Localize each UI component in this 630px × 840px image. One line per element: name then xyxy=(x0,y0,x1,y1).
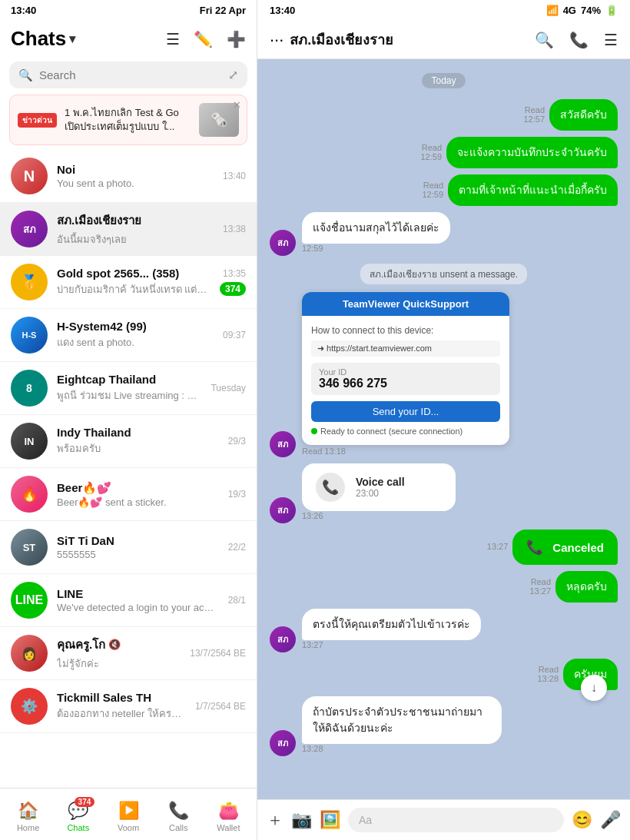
bubble-6: ตรงนี้ให้คุณเตรียมตัวไปเข้าเวรค่ะ xyxy=(302,609,481,640)
right-status-bar: 13:40 📶 4G 74% 🔋 xyxy=(257,0,630,21)
msg-row-7: Read13:28 ครับผม xyxy=(270,659,618,690)
chat-item-tick[interactable]: ⚙️ Tickmill Sales TH ต้องออกทาง neteller… xyxy=(0,680,257,733)
search-input[interactable] xyxy=(39,68,222,81)
chat-time-noi: 13:40 xyxy=(223,171,246,181)
chat-preview-noi: You sent a photo. xyxy=(57,178,214,189)
tv-id-box: Your ID 346 966 275 xyxy=(311,363,500,395)
chat-item-eightcap[interactable]: 8 Eightcap Thailand พูถนี ร่วมชม Live st… xyxy=(0,362,257,415)
tv-id-label: Your ID xyxy=(319,367,492,377)
avatar-sph: สภ xyxy=(11,211,48,247)
camera-icon[interactable]: 📷 xyxy=(291,810,312,830)
chat-item-beer[interactable]: 🔥 Beer🔥💕 Beer🔥💕 sent a sticker. 19/3 xyxy=(0,468,257,521)
chat-item-sph[interactable]: สภ สภ.เมืองเชียงราย อันนี้ผมจริงๆเลย 13:… xyxy=(0,203,257,256)
bubble-3: ตามที่เจ้าหน้าที่แนะนำเมื่อกี้ครับ xyxy=(448,174,618,206)
nav-calls-label: Calls xyxy=(169,823,187,832)
chat-meta-eightcap: Tuesday xyxy=(211,383,246,393)
chat-time-indy: 29/3 xyxy=(228,436,246,447)
chat-preview-beer: Beer🔥💕 sent a sticker. xyxy=(57,496,219,508)
chat-item-kru[interactable]: 👩 คุณครู.โก 🔇 ไม่รู้จักค่ะ 13/7/2564 BE xyxy=(0,627,257,680)
msg-row-canceled: 13:27 📞 Canceled xyxy=(270,530,618,565)
news-banner[interactable]: ข่าวด่วน 1 พ.ค.ไทยกเลิก Test & Go เปิดปร… xyxy=(9,95,247,145)
add-friend-icon[interactable]: ➕ xyxy=(227,30,246,48)
scroll-to-bottom[interactable]: ↓ xyxy=(581,675,607,701)
chat-item-indy[interactable]: IN Indy Thailand พร้อมครับ 29/3 xyxy=(0,415,257,468)
bubble-2: จะแจ้งความบันทึกประจำวันครับ xyxy=(446,137,618,168)
chat-meta-noi: 13:40 xyxy=(223,171,246,181)
msg-row-2: Read12:59 จะแจ้งความบันทึกประจำวันครับ xyxy=(270,137,618,168)
nav-voom[interactable]: ▶️ Voom xyxy=(103,796,153,832)
chat-item-line[interactable]: LINE LINE We've detected a login to your… xyxy=(0,574,257,627)
news-close-icon[interactable]: ✕ xyxy=(233,99,241,111)
call-icon[interactable]: 📞 xyxy=(569,31,589,49)
msg-col-3: Read12:59 ตามที่เจ้าหน้าที่แนะนำเมื่อกี้… xyxy=(422,174,618,206)
chat-item-sit[interactable]: ST SiT Ti DaN 5555555 22/2 xyxy=(0,521,257,574)
chat-meta-line: 28/1 xyxy=(228,595,246,606)
chat-preview-tick: ต้องออกทาง neteller ให้ครบก่อนค่ะ xyxy=(57,706,186,722)
chat-item-hsys[interactable]: H-S H-System42 (99) แดง sent a photo. 09… xyxy=(0,309,257,362)
expand-icon[interactable]: ⤢ xyxy=(228,68,238,82)
avatar-line: LINE xyxy=(11,582,48,619)
chat-name-eightcap: Eightcap Thailand xyxy=(57,373,201,386)
chats-title[interactable]: Chats ▾ xyxy=(11,27,75,51)
chat-meta-kru: 13/7/2564 BE xyxy=(190,648,246,659)
chat-time-sph: 13:38 xyxy=(223,224,246,234)
msg-avatar-voice: สภ xyxy=(270,497,296,523)
badge-gold: 374 xyxy=(220,282,246,296)
chat-name-kru: คุณครู.โก 🔇 xyxy=(57,636,181,654)
left-date: Fri 22 Apr xyxy=(200,5,246,16)
chat-time-gold: 13:35 xyxy=(223,268,246,279)
chat-info-beer: Beer🔥💕 Beer🔥💕 sent a sticker. xyxy=(57,481,219,508)
nav-wallet[interactable]: 👛 Wallet xyxy=(204,796,254,832)
more-icon[interactable]: ☰ xyxy=(604,31,618,49)
voice-call-bubble: 📞 Voice call 23:00 xyxy=(302,463,456,511)
calls-icon: 📞 xyxy=(168,801,189,821)
search-chat-icon[interactable]: 🔍 xyxy=(535,31,554,49)
read-label-canceled: 13:27 xyxy=(487,542,509,551)
chats-title-text: Chats xyxy=(11,27,66,51)
chat-time-beer: 19/3 xyxy=(228,489,246,500)
chat-meta-sph: 13:38 xyxy=(223,224,246,234)
chat-meta-sit: 22/2 xyxy=(228,542,246,553)
chat-name-noi: Noi xyxy=(57,163,214,176)
chat-item-noi[interactable]: N Noi You sent a photo. 13:40 xyxy=(0,150,257,203)
nav-calls[interactable]: 📞 Calls xyxy=(154,796,204,832)
left-status-bar: 13:40 Fri 22 Apr xyxy=(0,0,257,21)
chat-item-gold[interactable]: 🥇 Gold spot 2565... (358) บ่ายกับอเมริกา… xyxy=(0,256,257,309)
network-label: 4G xyxy=(563,5,576,16)
tv-send-btn[interactable]: Send your ID... xyxy=(311,401,500,422)
emoji-icon[interactable]: 😊 xyxy=(572,810,592,830)
header-icons: ☰ ✏️ ➕ xyxy=(166,30,246,48)
nav-home[interactable]: 🏠 Home xyxy=(3,796,53,832)
chat-preview-indy: พร้อมครับ xyxy=(57,440,219,457)
chats-badge: 374 xyxy=(75,797,95,807)
chat-preview-sph: อันนี้ผมจริงๆเลย xyxy=(57,231,214,247)
canceled-bubble: 📞 Canceled xyxy=(512,530,618,565)
home-icon: 🏠 xyxy=(18,801,38,821)
message-input[interactable] xyxy=(348,808,564,832)
menu-icon[interactable]: ☰ xyxy=(166,30,180,48)
search-bar[interactable]: 🔍 ⤢ xyxy=(9,61,247,88)
search-icon: 🔍 xyxy=(18,68,33,82)
avatar-noi: N xyxy=(11,158,48,194)
image-icon[interactable]: 🖼️ xyxy=(320,810,340,830)
chat-name-hsys: H-System42 (99) xyxy=(57,320,214,333)
msg-time-voice: 13:26 xyxy=(302,511,323,520)
left-header: Chats ▾ ☰ ✏️ ➕ xyxy=(0,21,257,57)
read-label-7: Read13:28 xyxy=(537,665,559,683)
compose-icon[interactable]: ✏️ xyxy=(194,30,213,48)
chat-preview-gold: บ่ายกับอเมริกาค้ วันหนึ่งเทรด แต่ไม่กี่จ… xyxy=(57,281,211,297)
msg-avatar-received: สภ xyxy=(270,230,296,256)
add-icon[interactable]: ＋ xyxy=(267,808,284,832)
chat-name-gold: Gold spot 2565... (358) xyxy=(57,267,211,280)
tv-status-dot xyxy=(311,428,317,434)
msg-avatar-tv: สภ xyxy=(270,431,296,457)
tv-connect-url: ➜ https://start.teamviewer.com xyxy=(311,340,500,357)
canceled-call-icon: 📞 xyxy=(526,539,543,556)
avatar-hsys: H-S xyxy=(11,317,48,354)
chat-name-sit: SiT Ti DaN xyxy=(57,534,219,547)
back-icon[interactable]: ··· xyxy=(270,30,284,50)
avatar-kru: 👩 xyxy=(11,635,48,672)
mic-icon[interactable]: 🎤 xyxy=(600,810,621,830)
msg-row-1: Read12:57 สวัสดีครับ xyxy=(270,99,618,131)
nav-chats[interactable]: 💬 374 Chats xyxy=(53,796,103,832)
